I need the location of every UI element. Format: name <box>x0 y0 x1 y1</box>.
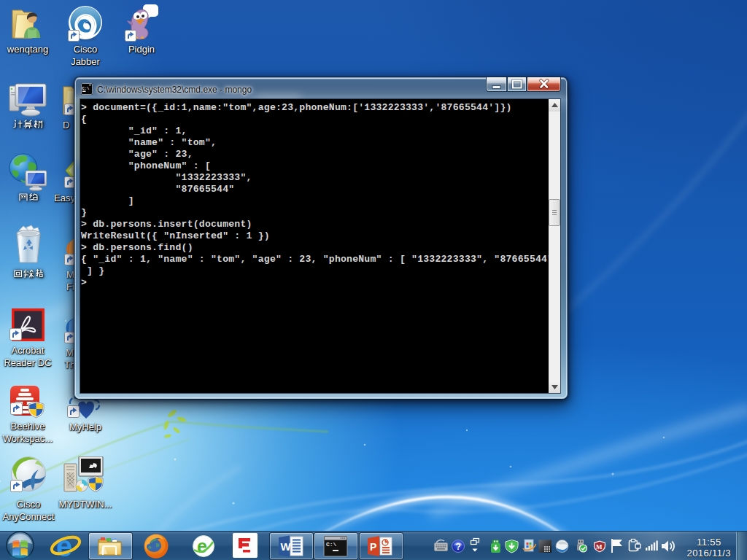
svg-text:e: e <box>197 536 207 556</box>
svg-text:M: M <box>596 543 603 551</box>
svg-text:P: P <box>370 541 376 553</box>
svg-text:C:\: C:\ <box>326 541 337 548</box>
svg-text:?: ? <box>456 542 461 552</box>
svg-text:W: W <box>281 540 292 553</box>
svg-text:C:\: C:\ <box>82 86 90 91</box>
svg-text:e: e <box>56 530 72 560</box>
